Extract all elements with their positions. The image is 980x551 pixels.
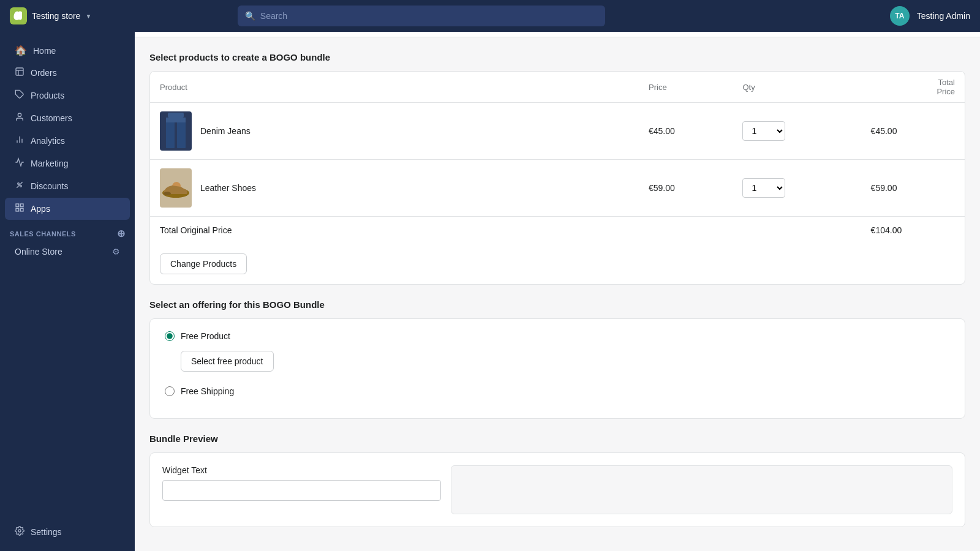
col-qty: Qty bbox=[733, 72, 861, 103]
qty-cell-shoes: 1 2 3 bbox=[733, 160, 861, 217]
total-price-shoes: €59.00 bbox=[871, 183, 897, 193]
store-name: Testing store bbox=[32, 11, 80, 21]
sidebar-item-discounts[interactable]: Discounts bbox=[5, 175, 130, 197]
product-name-shoes: Leather Shoes bbox=[200, 183, 256, 193]
change-products-button[interactable]: Change Products bbox=[160, 253, 247, 274]
sidebar-item-home[interactable]: 🏠 Home bbox=[5, 40, 130, 61]
settings-icon bbox=[15, 526, 24, 538]
qty-select-jeans[interactable]: 1 2 3 bbox=[742, 121, 785, 141]
svg-point-4 bbox=[18, 113, 21, 116]
orders-icon bbox=[15, 67, 24, 79]
home-icon: 🏠 bbox=[15, 45, 27, 56]
col-total-price: TotalPrice bbox=[861, 72, 965, 103]
discounts-icon bbox=[15, 180, 24, 192]
col-product: Product bbox=[150, 72, 639, 103]
sidebar-label-products: Products bbox=[31, 91, 64, 100]
product-cell-shoes: Leather Shoes bbox=[150, 160, 639, 217]
sidebar-label-orders: Orders bbox=[31, 68, 57, 78]
svg-rect-20 bbox=[168, 113, 184, 118]
price-cell-jeans: €45.00 bbox=[639, 103, 733, 160]
search-icon: 🔍 bbox=[245, 11, 255, 21]
search-input[interactable] bbox=[260, 11, 598, 21]
svg-rect-25 bbox=[166, 118, 186, 122]
product-price-jeans: €45.00 bbox=[649, 126, 675, 136]
avatar: TA bbox=[890, 6, 910, 26]
total-original-label: Total Original Price bbox=[160, 225, 232, 235]
radio-free-product[interactable] bbox=[165, 331, 175, 341]
sidebar-label-home: Home bbox=[33, 46, 56, 56]
offering-section-title: Select an offering for this BOGO Bundle bbox=[149, 299, 965, 310]
select-free-product-container: Select free product bbox=[181, 351, 950, 372]
total-cell-jeans: €45.00 bbox=[861, 103, 965, 160]
svg-rect-13 bbox=[20, 208, 23, 211]
empty-cell-1 bbox=[639, 217, 733, 244]
offering-card-inner: Free Product Select free product Free Sh… bbox=[150, 319, 965, 418]
store-chevron-icon: ▼ bbox=[85, 13, 91, 20]
svg-point-8 bbox=[18, 183, 20, 185]
col-price: Price bbox=[639, 72, 733, 103]
svg-rect-23 bbox=[166, 137, 175, 148]
table-head: Product Price Qty TotalPrice bbox=[150, 72, 965, 103]
apps-icon bbox=[15, 203, 24, 215]
main-content: Product Bundles - Fast Checkout by Cart … bbox=[135, 0, 980, 551]
product-cell-jeans: Denim Jeans bbox=[150, 103, 639, 160]
table-header-row: Product Price Qty TotalPrice bbox=[150, 72, 965, 103]
avatar-initials: TA bbox=[895, 12, 904, 20]
search-bar[interactable]: 🔍 bbox=[238, 6, 605, 26]
bundle-preview-grid: Widget Text bbox=[162, 465, 952, 514]
sidebar-label-marketing: Marketing bbox=[31, 159, 68, 168]
sidebar-item-apps[interactable]: Apps bbox=[5, 198, 130, 220]
settings-label: Settings bbox=[31, 527, 62, 537]
marketing-icon bbox=[15, 157, 24, 170]
select-free-product-button[interactable]: Select free product bbox=[181, 351, 274, 372]
total-price-jeans: €45.00 bbox=[871, 126, 897, 136]
bundle-preview-title: Bundle Preview bbox=[149, 433, 965, 444]
add-channel-icon[interactable]: ⊕ bbox=[117, 228, 126, 239]
content-area: Select products to create a BOGO bundle … bbox=[135, 37, 980, 551]
svg-rect-24 bbox=[177, 137, 186, 148]
product-image-jeans bbox=[160, 111, 192, 151]
offering-card: Free Product Select free product Free Sh… bbox=[149, 318, 965, 419]
sidebar-item-online-store[interactable]: Online Store ⚙ bbox=[5, 242, 130, 261]
customers-icon bbox=[15, 112, 24, 124]
nav-right: TA Testing Admin bbox=[890, 6, 970, 26]
online-store-settings-icon: ⚙ bbox=[112, 247, 120, 257]
bundle-preview-card: Widget Text bbox=[149, 452, 965, 527]
product-image-shoes bbox=[160, 168, 192, 208]
widget-text-label: Widget Text bbox=[162, 465, 441, 475]
bogo-card: Product Price Qty TotalPrice bbox=[149, 71, 965, 285]
table-row: Denim Jeans €45.00 1 2 3 bbox=[150, 103, 965, 160]
radio-option-free-product: Free Product bbox=[165, 331, 950, 341]
widget-text-input[interactable] bbox=[162, 480, 441, 501]
sidebar: 🏠 Home Orders Products Customers bbox=[0, 32, 135, 551]
qty-select-shoes[interactable]: 1 2 3 bbox=[742, 178, 785, 198]
sidebar-item-settings[interactable]: Settings bbox=[5, 521, 130, 543]
total-original-label-cell: Total Original Price bbox=[150, 217, 639, 244]
sidebar-settings: Settings bbox=[0, 515, 135, 551]
price-cell-shoes: €59.00 bbox=[639, 160, 733, 217]
sidebar-item-analytics[interactable]: Analytics bbox=[5, 130, 130, 152]
product-price-shoes: €59.00 bbox=[649, 183, 675, 193]
bundle-preview-inner: Widget Text bbox=[150, 453, 965, 527]
sidebar-label-apps: Apps bbox=[31, 204, 50, 214]
sidebar-item-products[interactable]: Products bbox=[5, 84, 130, 107]
svg-point-9 bbox=[20, 186, 22, 187]
empty-cell-2 bbox=[733, 217, 861, 244]
sidebar-label-analytics: Analytics bbox=[31, 136, 65, 146]
sidebar-item-orders[interactable]: Orders bbox=[5, 62, 130, 84]
sidebar-item-customers[interactable]: Customers bbox=[5, 107, 130, 129]
radio-label-free-product[interactable]: Free Product bbox=[181, 331, 230, 341]
svg-rect-11 bbox=[16, 204, 19, 207]
total-original-value: €104.00 bbox=[871, 225, 902, 235]
widget-text-section: Widget Text bbox=[162, 465, 441, 514]
sidebar-label-customers: Customers bbox=[31, 113, 72, 123]
analytics-icon bbox=[15, 135, 24, 147]
radio-free-shipping[interactable] bbox=[165, 386, 175, 396]
product-name-jeans: Denim Jeans bbox=[200, 126, 251, 136]
online-store-label: Online Store bbox=[15, 247, 62, 257]
store-logo[interactable]: Testing store ▼ bbox=[10, 7, 91, 24]
sidebar-item-marketing[interactable]: Marketing bbox=[5, 152, 130, 174]
bogo-section-title: Select products to create a BOGO bundle bbox=[149, 52, 965, 62]
svg-rect-14 bbox=[16, 208, 19, 211]
radio-label-free-shipping[interactable]: Free Shipping bbox=[181, 386, 234, 396]
